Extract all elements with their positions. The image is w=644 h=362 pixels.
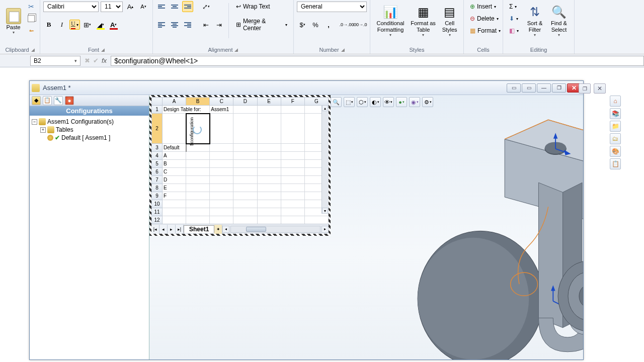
col-header[interactable]: D — [233, 98, 257, 106]
fx-icon[interactable]: fx — [102, 57, 107, 64]
resources-tab[interactable]: ⌂ — [610, 96, 621, 107]
merge-center-button[interactable]: ⊞Merge & Center▾ — [233, 19, 290, 30]
col-header[interactable]: E — [257, 98, 281, 106]
number-format-combo[interactable]: General — [297, 2, 367, 12]
align-left-button[interactable] — [156, 19, 167, 30]
fill-color-button[interactable]: ◢▾ — [95, 19, 106, 30]
design-table-grid[interactable]: A B C D E F G 1Design Table for:Assem1 2… — [151, 97, 329, 224]
wrap-text-button[interactable]: ↩Wrap Text — [233, 1, 290, 12]
sheet-vscroll[interactable]: ▴ ▾ — [321, 105, 329, 214]
col-header[interactable]: F — [281, 98, 304, 106]
cell[interactable]: F — [162, 192, 186, 200]
row-header[interactable]: 12 — [152, 216, 163, 224]
scene-button[interactable]: ◉▾ — [409, 97, 420, 107]
align-top-button[interactable] — [156, 1, 167, 12]
col-header[interactable]: B — [186, 98, 210, 106]
italic-button[interactable]: I — [56, 19, 67, 30]
dialog-launcher-icon[interactable]: ◢ — [31, 47, 35, 52]
cell[interactable]: Default — [162, 144, 186, 152]
insert-button[interactable]: ⊕Insert▾ — [467, 1, 504, 12]
delete-button[interactable]: ⊖Delete▾ — [467, 13, 504, 24]
select-all-corner[interactable] — [152, 98, 163, 106]
cut-button[interactable] — [26, 1, 37, 12]
file-explorer-tab[interactable]: 📁 — [610, 121, 621, 132]
col-header[interactable]: G — [304, 98, 328, 106]
custom-props-tab[interactable]: 📋 — [610, 158, 621, 169]
row-header[interactable]: 11 — [152, 208, 163, 216]
align-right-button[interactable] — [182, 19, 193, 30]
fill-button[interactable]: ⬇▾ — [506, 13, 522, 24]
sheet-tab[interactable]: Sheet1 — [184, 225, 214, 233]
row-header[interactable]: 7 — [152, 176, 163, 184]
collapse-icon[interactable]: − — [32, 119, 37, 125]
view-orientation-button[interactable]: ⬡▾ — [357, 97, 368, 107]
tree-tables[interactable]: + Tables — [32, 126, 147, 134]
display-style-button[interactable]: ◐▾ — [370, 97, 381, 107]
format-painter-button[interactable] — [26, 25, 37, 36]
border-button[interactable]: ⊞▾ — [82, 19, 93, 30]
accept-formula-icon[interactable]: ✔ — [93, 57, 99, 64]
design-table-embed[interactable]: A B C D E F G 1Design Table for:Assem1 2… — [149, 95, 331, 236]
font-face-combo[interactable]: Calibri — [43, 2, 99, 12]
hide-show-button[interactable]: 👁▾ — [383, 97, 394, 107]
first-sheet-button[interactable]: |◂ — [151, 225, 159, 234]
scroll-thumb[interactable] — [246, 227, 266, 232]
col-header[interactable]: A — [162, 98, 186, 106]
bold-button[interactable]: B — [43, 19, 54, 30]
sort-filter-button[interactable]: ⇅ Sort & Filter▾ — [524, 1, 546, 41]
decrease-decimal-button[interactable]: .00→.0 — [354, 19, 365, 30]
window-button-1[interactable]: ▭ — [507, 83, 521, 93]
feature-manager-tab[interactable]: ◆ — [32, 96, 41, 105]
tree-default-config[interactable]: ✔ Default [ Assem1 ] — [32, 134, 147, 142]
row-header[interactable]: 10 — [152, 200, 163, 208]
underline-button[interactable]: U▾ — [69, 20, 80, 30]
scroll-left-button[interactable]: ◂ — [222, 226, 229, 233]
active-cell[interactable]: $configuration — [186, 114, 210, 144]
cell[interactable]: D — [162, 176, 186, 184]
currency-button[interactable]: $▾ — [297, 19, 308, 30]
decrease-indent-button[interactable]: ⇤ — [200, 19, 211, 30]
align-center-button[interactable] — [169, 19, 180, 30]
next-sheet-button[interactable]: ▸ — [168, 225, 176, 234]
zoom-area-button[interactable]: ⬚▾ — [344, 97, 355, 107]
mdi-restore-button[interactable]: ❐ — [579, 83, 591, 94]
format-button[interactable]: ▦Format▾ — [467, 25, 504, 36]
maximize-button[interactable]: ❐ — [552, 83, 566, 93]
zoom-fit-button[interactable]: 🔍 — [331, 97, 342, 107]
new-sheet-button[interactable]: ✦ — [214, 225, 222, 234]
row-header[interactable]: 1 — [152, 106, 163, 114]
orientation-button[interactable]: ⤢▾ — [200, 1, 211, 12]
row-header[interactable]: 9 — [152, 192, 163, 200]
cell[interactable]: A — [162, 152, 186, 160]
property-manager-tab[interactable]: 📋 — [43, 96, 52, 105]
formula-input[interactable]: $configuration@Wheel<1> — [111, 56, 644, 66]
copy-button[interactable] — [26, 13, 37, 24]
cell[interactable] — [162, 114, 186, 144]
last-sheet-button[interactable]: ▸| — [176, 225, 184, 234]
align-middle-button[interactable] — [169, 1, 180, 12]
configuration-manager-tab[interactable]: 🔧 — [54, 96, 63, 105]
dialog-launcher-icon[interactable]: ◢ — [341, 47, 345, 52]
appearance-button[interactable]: ●▾ — [396, 97, 407, 107]
design-library-tab[interactable]: 📚 — [610, 108, 621, 119]
autosum-button[interactable]: Σ▾ — [506, 1, 522, 12]
tree-root[interactable]: − Assem1 Configuration(s) — [32, 118, 147, 126]
graphics-viewport[interactable]: 🔍 ⬚▾ ⬡▾ ◐▾ 👁▾ ●▾ ◉▾ ⚙▾ A B C — [149, 95, 583, 359]
dialog-launcher-icon[interactable]: ◢ — [101, 47, 105, 52]
shrink-font-button[interactable]: A▾ — [138, 1, 149, 12]
view-palette-tab[interactable]: 🗂 — [610, 133, 621, 144]
scroll-right-button[interactable]: ▸ — [321, 226, 329, 233]
row-header[interactable]: 3 — [152, 144, 163, 152]
expand-icon[interactable]: + — [40, 127, 46, 133]
row-header[interactable]: 4 — [152, 152, 163, 160]
cell-styles-button[interactable]: ▤ Cell Styles▾ — [439, 1, 460, 41]
comma-button[interactable]: , — [323, 19, 334, 30]
appearances-tab[interactable]: 🎨 — [610, 146, 621, 157]
mdi-close-button[interactable]: ✕ — [594, 83, 606, 94]
format-as-table-button[interactable]: ▦ Format as Table▾ — [410, 1, 437, 41]
cell[interactable]: E — [162, 184, 186, 192]
minimize-button[interactable]: — — [537, 83, 551, 93]
conditional-formatting-button[interactable]: 📊 Conditional Formatting▾ — [373, 1, 408, 41]
cancel-formula-icon[interactable]: ✖ — [85, 57, 90, 64]
row-header[interactable]: 6 — [152, 168, 163, 176]
